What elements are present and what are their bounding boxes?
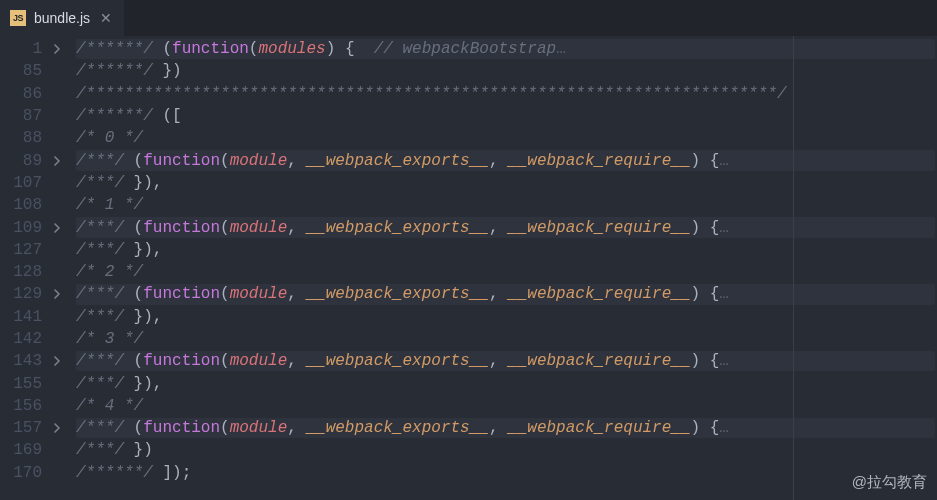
code-editor[interactable]: 1/******/ (function(modules) { // webpac… (0, 36, 937, 500)
chevron-right-icon[interactable] (52, 423, 62, 433)
code-content: /***/ }) (66, 441, 153, 459)
chevron-right-icon[interactable] (52, 356, 62, 366)
fold-gutter[interactable] (48, 289, 66, 299)
line-number: 157 (0, 419, 48, 437)
line-number: 89 (0, 152, 48, 170)
code-line[interactable]: 157/***/ (function(module, __webpack_exp… (0, 417, 937, 439)
code-line[interactable]: 85/******/ }) (0, 60, 937, 82)
code-content: /***/ }), (66, 241, 162, 259)
code-content: /***/ (function(module, __webpack_export… (66, 219, 729, 237)
code-content: /***/ (function(module, __webpack_export… (66, 152, 729, 170)
tab-filename: bundle.js (34, 10, 90, 26)
code-content: /* 1 */ (66, 196, 143, 214)
code-line[interactable]: 129/***/ (function(module, __webpack_exp… (0, 283, 937, 305)
code-line[interactable]: 1/******/ (function(modules) { // webpac… (0, 38, 937, 60)
chevron-right-icon[interactable] (52, 289, 62, 299)
code-content: /* 0 */ (66, 129, 143, 147)
code-content: /***/ (function(module, __webpack_export… (66, 419, 729, 437)
code-content: /* 4 */ (66, 397, 143, 415)
code-content: /***/ (function(module, __webpack_export… (66, 352, 729, 370)
code-line[interactable]: 155/***/ }), (0, 372, 937, 394)
code-line[interactable]: 156/* 4 */ (0, 395, 937, 417)
fold-gutter[interactable] (48, 223, 66, 233)
code-line[interactable]: 169/***/ }) (0, 439, 937, 461)
code-content: /******/ ([ (66, 107, 182, 125)
code-line[interactable]: 88/* 0 */ (0, 127, 937, 149)
chevron-right-icon[interactable] (52, 223, 62, 233)
code-line[interactable]: 141/***/ }), (0, 306, 937, 328)
tab-bar: JS bundle.js ✕ (0, 0, 937, 36)
watermark: @拉勾教育 (852, 473, 927, 492)
fold-gutter[interactable] (48, 356, 66, 366)
code-content: /***/ }), (66, 375, 162, 393)
line-number: 129 (0, 285, 48, 303)
code-line[interactable]: 109/***/ (function(module, __webpack_exp… (0, 216, 937, 238)
code-line[interactable]: 142/* 3 */ (0, 328, 937, 350)
code-content: /* 3 */ (66, 330, 143, 348)
code-content: /***/ }), (66, 174, 162, 192)
code-content: /***/ (function(module, __webpack_export… (66, 285, 729, 303)
code-line[interactable]: 128/* 2 */ (0, 261, 937, 283)
chevron-right-icon[interactable] (52, 44, 62, 54)
code-line[interactable]: 86/*************************************… (0, 83, 937, 105)
code-line[interactable]: 107/***/ }), (0, 172, 937, 194)
code-line[interactable]: 89/***/ (function(module, __webpack_expo… (0, 149, 937, 171)
code-content: /* 2 */ (66, 263, 143, 281)
code-line[interactable]: 87/******/ ([ (0, 105, 937, 127)
close-icon[interactable]: ✕ (98, 10, 114, 26)
code-content: /***************************************… (66, 85, 787, 103)
line-number: 109 (0, 219, 48, 237)
chevron-right-icon[interactable] (52, 156, 62, 166)
fold-gutter[interactable] (48, 44, 66, 54)
code-line[interactable]: 143/***/ (function(module, __webpack_exp… (0, 350, 937, 372)
js-file-icon: JS (10, 10, 26, 26)
code-content: /******/ }) (66, 62, 182, 80)
line-number: 1 (0, 40, 48, 58)
code-content: /******/ ]); (66, 464, 191, 482)
fold-gutter[interactable] (48, 423, 66, 433)
code-content: /***/ }), (66, 308, 162, 326)
tab-bundle-js[interactable]: JS bundle.js ✕ (0, 0, 124, 36)
fold-gutter[interactable] (48, 156, 66, 166)
code-line[interactable]: 170/******/ ]); (0, 462, 937, 484)
line-number: 143 (0, 352, 48, 370)
code-line[interactable]: 127/***/ }), (0, 239, 937, 261)
code-line[interactable]: 108/* 1 */ (0, 194, 937, 216)
code-content: /******/ (function(modules) { // webpack… (66, 40, 566, 58)
